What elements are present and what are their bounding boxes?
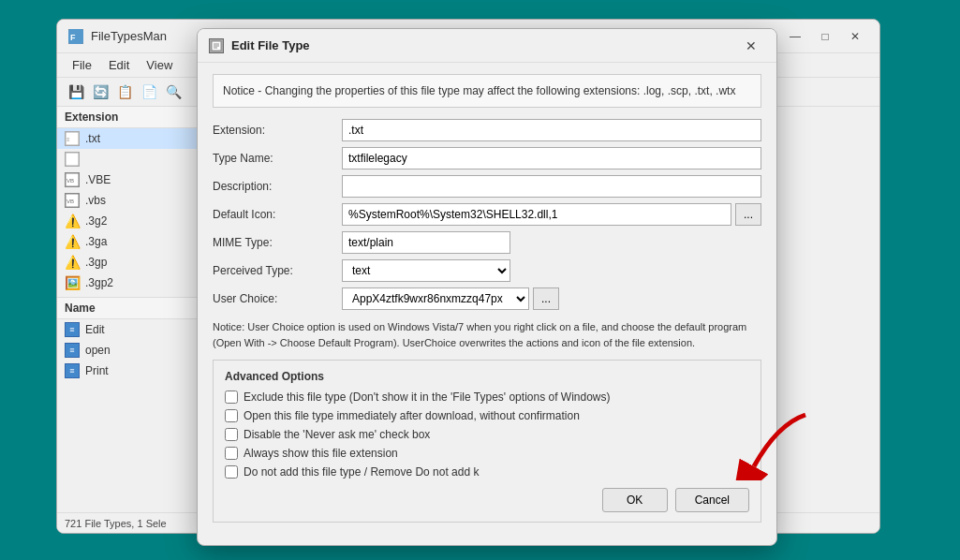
- toolbar-paste[interactable]: 📄: [138, 81, 160, 103]
- blank-icon: [65, 152, 80, 167]
- default-icon-browse-button[interactable]: ...: [735, 203, 761, 226]
- type-name-input[interactable]: [342, 147, 761, 169]
- ext-label-txt: .txt: [85, 132, 100, 145]
- action-label-open: open: [85, 344, 111, 357]
- user-choice-notice: Notice: User Choice option is used on Wi…: [213, 319, 761, 350]
- action-label-print: Print: [85, 364, 109, 377]
- checkbox-always-show-ext-label: Always show this file extension: [244, 447, 398, 460]
- warn-icon-3g2: ⚠️: [65, 214, 80, 228]
- checkbox-exclude-label: Exclude this file type (Don't show it in…: [244, 391, 611, 404]
- form-grid: Extension: Type Name: Description: Defau…: [213, 119, 761, 310]
- menu-file[interactable]: File: [65, 55, 99, 75]
- statusbar-text: 721 File Types, 1 Sele: [65, 518, 167, 529]
- img-icon-3gp2: 🖼️: [65, 275, 80, 290]
- checkbox-row-2: Disable the 'Never ask me' check box: [225, 428, 749, 441]
- default-icon-row: ...: [342, 203, 761, 226]
- mime-type-input[interactable]: [342, 231, 510, 254]
- checkbox-row-3: Always show this file extension: [225, 447, 749, 460]
- checkbox-row-4: Do not add this file type / Remove Do no…: [225, 465, 749, 479]
- toolbar-copy[interactable]: 📋: [113, 81, 136, 103]
- description-label: Description:: [213, 180, 334, 193]
- cancel-button[interactable]: Cancel: [675, 488, 749, 512]
- svg-text:F: F: [70, 33, 76, 42]
- ext-label-3ga: .3ga: [85, 235, 107, 248]
- edit-file-type-dialog: Edit File Type ✕ Notice - Changing the p…: [197, 28, 777, 546]
- ext-label-vbe: .VBE: [85, 173, 111, 186]
- ext-label-3g2: .3g2: [85, 214, 107, 228]
- default-icon-label: Default Icon:: [213, 208, 334, 221]
- checkbox-open-after-download[interactable]: [225, 409, 238, 422]
- mime-type-label: MIME Type:: [213, 236, 334, 249]
- svg-text:≡: ≡: [66, 137, 70, 142]
- modal-body: Notice - Changing the properties of this…: [198, 63, 776, 545]
- checkbox-row-1: Open this file type immediately after do…: [225, 409, 749, 422]
- modal-icon: [209, 38, 224, 53]
- advanced-title: Advanced Options: [225, 370, 749, 383]
- warn-icon-3ga: ⚠️: [65, 234, 80, 249]
- checkbox-disable-never-ask[interactable]: [225, 428, 238, 441]
- perceived-type-select[interactable]: text audio video image: [342, 259, 510, 282]
- menu-edit[interactable]: Edit: [101, 55, 137, 75]
- checkbox-row-0: Exclude this file type (Don't show it in…: [225, 391, 749, 404]
- notice-text: Notice - Changing the properties of this…: [223, 84, 735, 97]
- user-choice-select[interactable]: AppX4ztfk9wxr86nxmzzq47px: [342, 287, 529, 310]
- bg-window-controls: — □ ✕: [782, 26, 868, 47]
- checkbox-do-not-add[interactable]: [225, 465, 238, 479]
- bg-minimize-button[interactable]: —: [782, 26, 808, 47]
- checkbox-do-not-add-label: Do not add this file type / Remove Do no…: [244, 465, 479, 479]
- modal-notice: Notice - Changing the properties of this…: [213, 74, 761, 108]
- modal-close-button[interactable]: ✕: [737, 35, 765, 57]
- extension-input[interactable]: [342, 119, 761, 141]
- modal-footer: OK Cancel: [225, 484, 749, 512]
- toolbar-search[interactable]: 🔍: [162, 81, 185, 103]
- default-icon-input[interactable]: [342, 203, 731, 226]
- user-choice-row: AppX4ztfk9wxr86nxmzzq47px ...: [342, 287, 761, 310]
- print-action-icon: ≡: [65, 363, 80, 378]
- ext-label-vbs: .vbs: [85, 194, 106, 207]
- advanced-options-section: Advanced Options Exclude this file type …: [213, 360, 761, 523]
- action-label-edit: Edit: [85, 323, 105, 336]
- bg-close-button[interactable]: ✕: [842, 26, 868, 47]
- checkbox-disable-never-ask-label: Disable the 'Never ask me' check box: [244, 428, 430, 441]
- checkbox-open-after-download-label: Open this file type immediately after do…: [244, 409, 580, 422]
- menu-view[interactable]: View: [139, 55, 180, 75]
- ext-label-3gp2: .3gp2: [85, 276, 113, 289]
- extension-label: Extension:: [213, 124, 334, 137]
- bg-maximize-button[interactable]: □: [812, 26, 838, 47]
- user-choice-label: User Choice:: [213, 292, 334, 305]
- toolbar-refresh[interactable]: 🔄: [89, 81, 111, 103]
- checkbox-exclude[interactable]: [225, 391, 238, 404]
- svg-text:VB: VB: [66, 199, 74, 204]
- modal-titlebar: Edit File Type ✕: [198, 29, 776, 63]
- modal-title: Edit File Type: [231, 38, 737, 52]
- toolbar-save[interactable]: 💾: [65, 81, 87, 103]
- app-icon: F: [68, 29, 83, 44]
- perceived-type-label: Perceived Type:: [213, 264, 334, 277]
- ok-button[interactable]: OK: [602, 488, 668, 512]
- vbs-icon: VB: [65, 193, 80, 208]
- checkbox-always-show-ext[interactable]: [225, 447, 238, 460]
- txt-icon: ≡: [65, 131, 80, 146]
- open-action-icon: ≡: [65, 343, 80, 358]
- description-input[interactable]: [342, 175, 761, 198]
- ext-label-3gp: .3gp: [85, 256, 107, 269]
- user-choice-browse-button[interactable]: ...: [533, 287, 559, 310]
- svg-text:VB: VB: [66, 178, 74, 184]
- vbe-icon: VB: [65, 172, 80, 187]
- type-name-label: Type Name:: [213, 152, 334, 165]
- edit-action-icon: ≡: [65, 322, 80, 337]
- svg-rect-4: [66, 153, 79, 166]
- warn-icon-3gp: ⚠️: [65, 255, 80, 270]
